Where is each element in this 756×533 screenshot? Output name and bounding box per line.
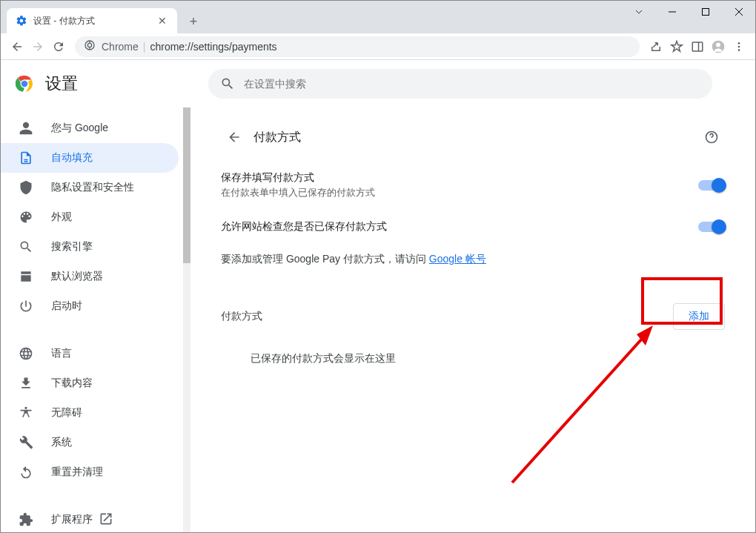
empty-state-text: 已保存的付款方式会显示在这里 xyxy=(221,343,725,374)
settings-search[interactable] xyxy=(208,69,712,99)
sidebar-item-label: 自动填充 xyxy=(51,151,93,165)
sidebar-item-search-engine[interactable]: 搜索引擎 xyxy=(1,232,179,262)
sidebar-item-label: 您与 Google xyxy=(51,122,108,135)
sidebar-item-system[interactable]: 系统 xyxy=(1,428,179,457)
panel-header: 付款方式 xyxy=(221,113,725,161)
svg-rect-1 xyxy=(702,9,709,16)
site-info-icon[interactable] xyxy=(84,39,96,53)
svg-point-11 xyxy=(716,42,720,47)
sidebar-item-label: 语言 xyxy=(51,347,72,360)
search-input[interactable] xyxy=(244,78,700,90)
google-account-link[interactable]: Google 帐号 xyxy=(429,253,486,265)
sidebar-item-extensions[interactable]: 扩展程序 xyxy=(1,505,179,532)
sidebar-item-downloads[interactable]: 下载内容 xyxy=(1,368,179,398)
panel-back-button[interactable] xyxy=(221,124,248,150)
new-tab-button[interactable]: + xyxy=(183,11,204,32)
sidebar-item-label: 无障碍 xyxy=(51,406,82,420)
sidebar-scrollbar[interactable] xyxy=(183,107,190,532)
sidebar-item-languages[interactable]: 语言 xyxy=(1,339,179,368)
toggle-save-fill-payment: 保存并填写付款方式 在付款表单中填入已保存的付款方式 xyxy=(221,161,725,210)
google-pay-hint: 要添加或管理 Google Pay 付款方式，请访问 Google 帐号 xyxy=(221,244,725,275)
chrome-logo-icon xyxy=(16,75,33,93)
svg-point-5 xyxy=(87,43,91,47)
page-title: 设置 xyxy=(45,73,78,95)
search-icon xyxy=(220,76,235,91)
sidebar-item-you-and-google[interactable]: 您与 Google xyxy=(1,113,179,143)
sidebar-item-on-startup[interactable]: 启动时 xyxy=(1,291,179,321)
sidebar-item-label: 搜索引擎 xyxy=(51,240,93,254)
help-icon[interactable] xyxy=(698,124,725,150)
sidebar-item-privacy[interactable]: 隐私设置和安全性 xyxy=(1,173,179,202)
reload-button[interactable] xyxy=(48,36,69,57)
svg-point-13 xyxy=(738,45,740,47)
panel-title: 付款方式 xyxy=(253,130,698,145)
browser-tab[interactable]: 设置 - 付款方式 ✕ xyxy=(7,8,177,33)
side-panel-icon[interactable] xyxy=(687,36,708,57)
dropdown-caret-icon[interactable] xyxy=(622,1,655,23)
sidebar-item-label: 默认浏览器 xyxy=(51,270,103,283)
add-payment-button[interactable]: 添加 xyxy=(673,303,725,330)
content-area: 设置 您与 Google 自动填充 隐私设置和安全性 外观 搜索引擎 xyxy=(1,60,755,532)
sidebar-item-label: 下载内容 xyxy=(51,377,93,390)
gear-icon xyxy=(16,15,27,27)
sidebar-item-autofill[interactable]: 自动填充 xyxy=(1,143,179,173)
toggle-switch[interactable] xyxy=(698,180,725,191)
browser-toolbar: Chrome | chrome://settings/payments xyxy=(1,33,755,60)
sidebar-item-reset[interactable]: 重置并清理 xyxy=(1,457,179,487)
sidebar-item-label: 启动时 xyxy=(51,299,82,313)
url-scheme: Chrome xyxy=(102,41,139,53)
section-label: 付款方式 xyxy=(221,310,673,323)
setting-subtitle: 在付款表单中填入已保存的付款方式 xyxy=(221,186,698,199)
settings-header: 设置 xyxy=(1,60,755,107)
minimize-button[interactable] xyxy=(655,1,689,23)
forward-button[interactable] xyxy=(27,36,48,57)
url-path: chrome://settings/payments xyxy=(150,41,276,53)
back-button[interactable] xyxy=(7,36,27,57)
svg-point-17 xyxy=(21,81,28,87)
sidebar-item-label: 系统 xyxy=(51,436,72,449)
maximize-button[interactable] xyxy=(689,1,722,23)
sidebar-item-appearance[interactable]: 外观 xyxy=(1,202,179,232)
profile-avatar[interactable] xyxy=(708,36,729,57)
menu-icon[interactable] xyxy=(729,36,749,57)
svg-point-14 xyxy=(738,49,740,51)
toggle-allow-sites-check: 允许网站检查您是否已保存付款方式 xyxy=(221,210,725,244)
bookmark-icon[interactable] xyxy=(666,36,687,57)
sidebar-item-accessibility[interactable]: 无障碍 xyxy=(1,398,179,428)
sidebar-item-label: 隐私设置和安全性 xyxy=(51,181,134,194)
share-icon[interactable] xyxy=(646,36,666,57)
sidebar-item-default-browser[interactable]: 默认浏览器 xyxy=(1,262,179,291)
settings-sidebar: 您与 Google 自动填充 隐私设置和安全性 外观 搜索引擎 默认浏览器 启动… xyxy=(1,60,190,532)
main-panel: 付款方式 保存并填写付款方式 在付款表单中填入已保存的付款方式 允许网站检查您是… xyxy=(190,60,755,532)
external-link-icon xyxy=(99,512,131,529)
svg-rect-8 xyxy=(692,42,703,51)
browser-titlebar: 设置 - 付款方式 ✕ + xyxy=(1,1,755,33)
payment-methods-section: 付款方式 添加 xyxy=(221,290,725,343)
address-bar[interactable]: Chrome | chrome://settings/payments xyxy=(75,36,640,57)
toggle-switch[interactable] xyxy=(698,222,725,232)
setting-title: 保存并填写付款方式 xyxy=(221,171,698,185)
svg-point-12 xyxy=(738,42,740,44)
tab-title: 设置 - 付款方式 xyxy=(33,15,156,27)
tab-close-icon[interactable]: ✕ xyxy=(156,13,168,28)
window-controls xyxy=(622,1,755,23)
sidebar-item-label: 重置并清理 xyxy=(51,466,103,479)
sidebar-item-label: 扩展程序 xyxy=(51,513,93,526)
setting-title: 允许网站检查您是否已保存付款方式 xyxy=(221,220,698,234)
sidebar-item-label: 外观 xyxy=(51,211,72,224)
close-button[interactable] xyxy=(722,1,755,23)
